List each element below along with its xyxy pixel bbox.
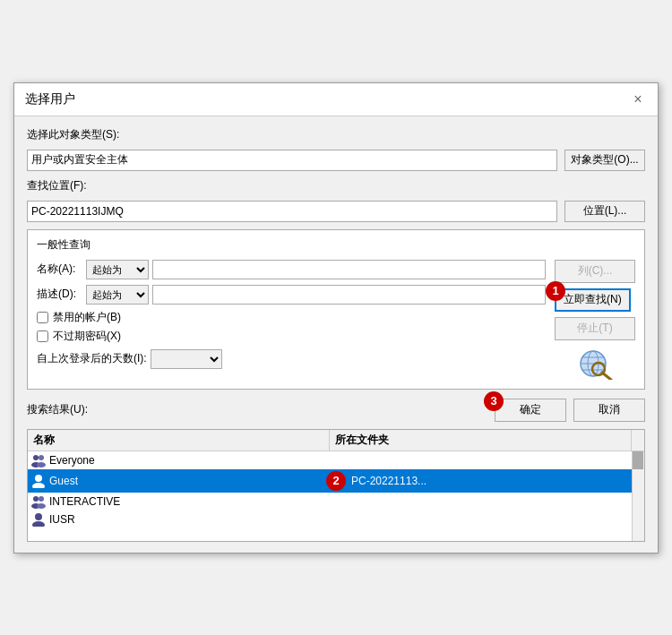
- columns-button[interactable]: 列(C)...: [555, 260, 635, 283]
- results-table-header: 名称 所在文件夹: [28, 430, 644, 451]
- results-list: Everyone Guest 2 PC-: [28, 451, 632, 541]
- query-grid: 名称(A): 起始为 描述(D): 起始为: [37, 260, 635, 382]
- general-query-title: 一般性查询: [37, 237, 635, 253]
- result-row[interactable]: Everyone: [28, 451, 632, 469]
- query-right-buttons: 列(C)... 1 立即查找(N) 停止(T): [555, 260, 635, 382]
- general-query-section: 一般性查询 名称(A): 起始为 描述(D): 起: [27, 229, 645, 390]
- ok-button[interactable]: 确定: [495, 399, 566, 422]
- select-user-dialog: 选择用户 × 选择此对象类型(S): 对象类型(O)... 查找位置(F): 位…: [13, 82, 659, 553]
- result-name: IUSR: [49, 513, 339, 526]
- svg-point-12: [32, 483, 45, 488]
- days-label: 自上次登录后的天数(I):: [37, 351, 147, 366]
- checkbox-noexpire-row: 不过期密码(X): [37, 329, 546, 344]
- object-type-row: 选择此对象类型(S):: [27, 127, 645, 142]
- svg-point-14: [39, 496, 44, 502]
- result-row[interactable]: INTERACTIVE: [28, 493, 632, 511]
- svg-point-18: [32, 521, 45, 527]
- badge-2: 2: [326, 471, 346, 491]
- search-icon-area: [555, 346, 635, 382]
- result-name: Everyone: [49, 454, 339, 467]
- desc-query-row: 描述(D): 起始为: [37, 285, 546, 305]
- magnifier-globe-icon: [577, 348, 613, 380]
- cancel-button[interactable]: 取消: [573, 399, 645, 422]
- disabled-accounts-checkbox[interactable]: [37, 312, 48, 323]
- days-row: 自上次登录后的天数(I):: [37, 349, 546, 369]
- location-label-row: 查找位置(F):: [27, 178, 645, 193]
- svg-point-11: [35, 475, 42, 482]
- group-icon: [31, 453, 46, 468]
- location-label: 查找位置(F):: [27, 178, 99, 193]
- user-icon: [31, 512, 46, 527]
- badge-3: 3: [484, 391, 504, 411]
- stop-button[interactable]: 停止(T): [555, 317, 635, 340]
- object-type-input-row: 对象类型(O)...: [27, 150, 645, 171]
- col-header-name: 名称: [28, 430, 330, 451]
- object-type-input[interactable]: [27, 150, 557, 171]
- dialog-title: 选择用户: [25, 91, 75, 107]
- checkbox-disabled-row: 禁用的帐户(B): [37, 310, 546, 325]
- no-expire-checkbox[interactable]: [37, 330, 48, 342]
- disabled-accounts-label: 禁用的帐户(B): [53, 310, 121, 325]
- location-input[interactable]: [27, 201, 557, 222]
- result-folder: PC-20221113...: [351, 475, 628, 487]
- svg-point-13: [33, 496, 39, 502]
- result-row[interactable]: IUSR: [28, 511, 632, 528]
- title-bar: 选择用户 ×: [14, 83, 658, 116]
- col-header-folder: 所在文件夹: [330, 430, 632, 451]
- search-results-section: 名称 所在文件夹 Everyone: [27, 429, 645, 542]
- ok-wrapper: 3 确定: [495, 399, 566, 422]
- name-query-label: 名称(A):: [37, 262, 86, 277]
- svg-point-10: [37, 462, 46, 468]
- close-button[interactable]: ×: [629, 90, 647, 108]
- dialog-body: 选择此对象类型(S): 对象类型(O)... 查找位置(F): 位置(L)...…: [14, 116, 658, 553]
- svg-point-7: [33, 455, 39, 460]
- days-select[interactable]: [151, 349, 222, 369]
- results-label-inline: 搜索结果(U):: [27, 402, 487, 417]
- svg-point-16: [37, 503, 46, 509]
- results-list-container: Everyone Guest 2 PC-: [28, 451, 644, 541]
- result-name: Guest: [49, 475, 326, 487]
- name-query-row: 名称(A): 起始为: [37, 260, 546, 279]
- location-button[interactable]: 位置(L)...: [564, 201, 645, 222]
- results-scrollbar[interactable]: [632, 451, 644, 541]
- result-row[interactable]: Guest 2 PC-20221113...: [28, 469, 632, 493]
- object-type-label: 选择此对象类型(S):: [27, 127, 119, 142]
- search-now-button[interactable]: 立即查找(N): [555, 288, 631, 312]
- result-name: INTERACTIVE: [49, 495, 339, 508]
- name-query-input[interactable]: [152, 260, 546, 279]
- badge-1: 1: [546, 281, 565, 301]
- desc-query-label: 描述(D):: [37, 287, 86, 302]
- user-icon: [31, 474, 46, 488]
- desc-query-input[interactable]: [152, 285, 546, 305]
- desc-query-select[interactable]: 起始为: [86, 285, 149, 305]
- search-now-wrapper: 1 立即查找(N): [555, 288, 635, 312]
- svg-point-8: [39, 455, 44, 460]
- query-left: 名称(A): 起始为 描述(D): 起始为: [37, 260, 546, 382]
- location-input-row: 位置(L)...: [27, 201, 645, 222]
- object-type-button[interactable]: 对象类型(O)...: [564, 150, 645, 171]
- badge-2-wrapper: 2: [326, 471, 351, 491]
- group-icon: [31, 494, 46, 509]
- no-expire-label: 不过期密码(X): [53, 329, 121, 344]
- svg-point-17: [35, 513, 42, 520]
- name-query-select[interactable]: 起始为: [86, 260, 149, 279]
- footer-row: 搜索结果(U): 3 确定 取消: [27, 399, 645, 422]
